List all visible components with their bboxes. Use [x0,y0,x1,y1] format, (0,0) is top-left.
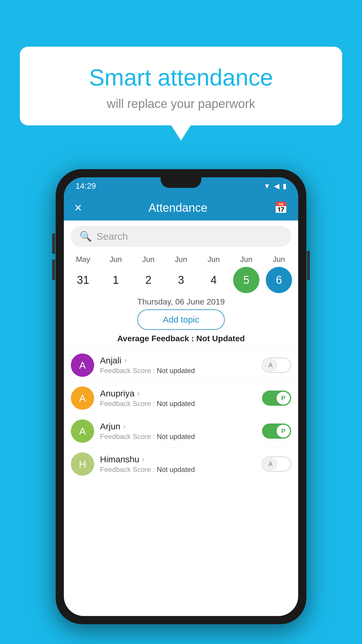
wifi-icon: ▼ [263,182,270,190]
toggle-knob: P [277,425,290,438]
date-col-2[interactable]: Jun2 [135,255,161,293]
date-picker: May31Jun1Jun2Jun3Jun4Jun5Jun6 [64,252,298,293]
app-title: Attendance [148,201,207,214]
chevron-icon: › [137,389,140,398]
student-avatar: H [71,452,94,476]
toggle-knob: A [264,458,277,470]
student-row: HHimanshu ›Feedback Score : Not updatedA [64,447,298,480]
student-feedback: Feedback Score : Not updated [100,466,256,474]
date-col-6[interactable]: Jun6 [266,255,292,293]
student-row: AAnjali ›Feedback Score : Not updatedA [64,349,298,382]
date-col-4[interactable]: Jun4 [201,255,227,293]
search-icon: 🔍 [80,230,92,242]
date-month: Jun [110,255,122,264]
phone-notch [161,177,201,188]
phone-container: 14:29 ▼ ◀ ▮ × Attendance 📅 🔍 Search May3… [56,169,306,624]
student-feedback: Feedback Score : Not updated [100,367,256,375]
toggle-knob: P [277,392,290,405]
attendance-toggle[interactable]: A [262,358,291,373]
attendance-toggle[interactable]: A [262,456,291,472]
student-name[interactable]: Anupriya › [100,388,256,398]
speech-bubble-title: Smart attendance [34,64,328,91]
student-avatar: A [71,419,94,443]
chevron-icon: › [142,455,145,463]
date-day[interactable]: 6 [266,267,292,293]
student-name[interactable]: Arjun › [100,421,256,431]
attendance-toggle[interactable]: P [262,391,291,406]
phone-screen: 14:29 ▼ ◀ ▮ × Attendance 📅 🔍 Search May3… [64,177,298,616]
add-topic-button[interactable]: Add topic [137,309,225,330]
student-info: Anupriya ›Feedback Score : Not updated [100,388,256,408]
search-placeholder: Search [96,231,128,242]
phone-frame: 14:29 ▼ ◀ ▮ × Attendance 📅 🔍 Search May3… [56,169,306,624]
vol-up-button [52,233,55,254]
student-name[interactable]: Anjali › [100,356,256,365]
close-button[interactable]: × [74,200,82,215]
student-name[interactable]: Himanshu › [100,454,256,464]
date-day[interactable]: 31 [70,267,96,293]
date-col-5[interactable]: Jun5 [233,255,259,293]
selected-date: Thursday, 06 June 2019 [64,297,298,307]
date-month: Jun [142,255,154,264]
student-avatar: A [71,386,94,410]
student-feedback: Feedback Score : Not updated [100,433,256,441]
toggle-knob: A [264,359,277,372]
date-day[interactable]: 4 [201,267,227,293]
student-info: Himanshu ›Feedback Score : Not updated [100,454,256,474]
date-month: Jun [208,255,220,264]
student-info: Anjali ›Feedback Score : Not updated [100,356,256,375]
date-col-1[interactable]: Jun1 [103,255,129,293]
status-time: 14:29 [75,181,96,191]
speech-bubble-container: Smart attendance will replace your paper… [20,47,342,125]
speech-bubble-subtitle: will replace your paperwork [34,97,328,111]
date-month: May [76,255,90,264]
student-avatar: A [71,354,94,377]
app-header: × Attendance 📅 [64,195,298,220]
vol-down-button [52,260,55,280]
student-row: AArjun ›Feedback Score : Not updatedP [64,414,298,447]
date-day[interactable]: 1 [103,267,129,293]
date-col-0[interactable]: May31 [70,255,96,293]
student-info: Arjun ›Feedback Score : Not updated [100,421,256,441]
power-button [307,251,310,280]
search-bar[interactable]: 🔍 Search [71,226,291,247]
date-col-3[interactable]: Jun3 [168,255,194,293]
student-list: AAnjali ›Feedback Score : Not updatedAAA… [64,349,298,480]
signal-icon: ◀ [274,182,279,190]
status-icons: ▼ ◀ ▮ [263,182,287,190]
student-feedback: Feedback Score : Not updated [100,400,256,408]
avg-feedback: Average Feedback : Not Updated [64,334,298,343]
date-month: Jun [240,255,252,264]
chevron-icon: › [123,422,126,430]
attendance-toggle[interactable]: P [262,424,291,439]
student-row: AAnupriya ›Feedback Score : Not updatedP [64,382,298,414]
calendar-icon[interactable]: 📅 [274,201,288,214]
battery-icon: ▮ [283,182,287,190]
date-month: Jun [273,255,285,264]
date-day[interactable]: 3 [168,267,194,293]
date-day[interactable]: 5 [233,267,259,293]
chevron-icon: › [124,356,126,365]
date-month: Jun [175,255,187,264]
date-day[interactable]: 2 [135,267,161,293]
